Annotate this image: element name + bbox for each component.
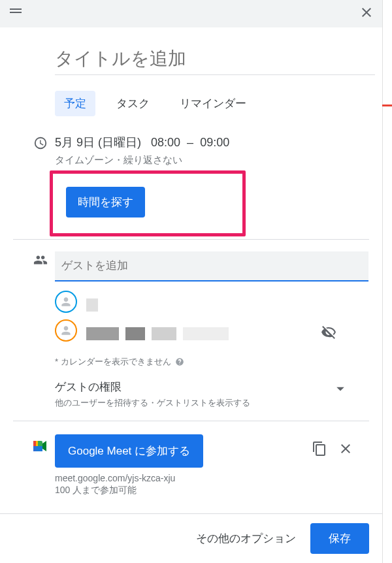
remove-meet-icon[interactable] <box>338 441 353 459</box>
event-datetime[interactable]: 5月 9日 (日曜日) 08:00 – 09:00 <box>55 135 369 150</box>
timezone-repeat[interactable]: タイムゾーン・繰り返さない <box>55 154 369 167</box>
meet-link: meet.google.com/yjs-kzca-xju <box>13 468 369 483</box>
guest-permissions-subtitle: 他のユーザーを招待する・ゲストリストを表示する <box>55 397 250 409</box>
google-meet-icon <box>26 434 55 453</box>
copy-icon[interactable] <box>312 441 327 459</box>
calendar-warning: * カレンダーを表示できません <box>13 348 369 368</box>
menu-icon[interactable] <box>8 5 24 23</box>
guest-row[interactable] <box>55 291 369 319</box>
tab-reminder[interactable]: リマインダー <box>171 91 255 116</box>
guest-row[interactable] <box>55 319 369 348</box>
tab-event[interactable]: 予定 <box>55 91 95 116</box>
add-guests-input[interactable] <box>55 251 368 282</box>
calendar-grid-edge <box>382 0 392 563</box>
avatar <box>55 291 77 313</box>
find-time-button[interactable]: 時間を探す <box>66 187 145 217</box>
guests-icon <box>33 253 48 270</box>
avatar <box>55 319 77 342</box>
save-button[interactable]: 保存 <box>310 523 369 554</box>
more-options-button[interactable]: その他のオプション <box>196 531 296 546</box>
visibility-off-icon[interactable] <box>321 325 336 343</box>
find-time-highlight: 時間を探す <box>50 170 246 236</box>
event-title-input[interactable] <box>55 48 375 75</box>
close-icon[interactable] <box>359 5 374 23</box>
chevron-down-icon[interactable] <box>331 379 369 400</box>
svg-rect-3 <box>33 446 42 451</box>
join-meet-button[interactable]: Google Meet に参加する <box>55 434 203 468</box>
meet-capacity: 100 人まで参加可能 <box>13 483 369 496</box>
help-icon[interactable] <box>175 357 184 366</box>
clock-icon <box>33 136 48 153</box>
tab-task[interactable]: タスク <box>107 91 159 116</box>
guest-permissions-title: ゲストの権限 <box>55 379 250 394</box>
